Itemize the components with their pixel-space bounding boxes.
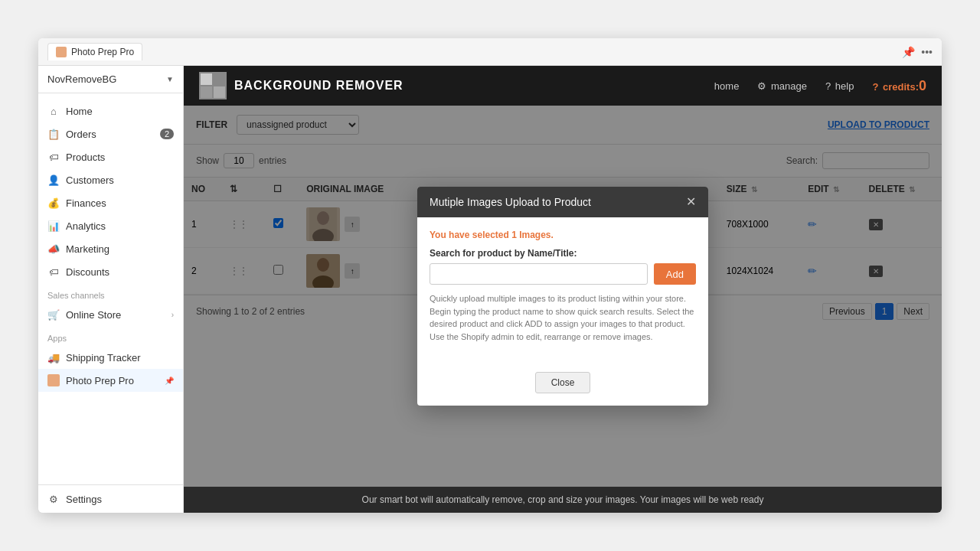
sidebar-item-label-marketing: Marketing	[66, 243, 109, 255]
sidebar-item-label-shipping: Shipping Tracker	[66, 352, 141, 364]
nav-credits[interactable]: ? credits:0	[872, 78, 926, 94]
sidebar-item-customers[interactable]: 👤 Customers	[38, 168, 183, 191]
tab-label: Photo Prep Pro	[71, 47, 134, 57]
nav-manage[interactable]: ⚙ manage	[757, 80, 807, 92]
shipping-icon: 🚚	[47, 351, 60, 364]
modal-header: Mutiple Images Upload to Product ✕	[417, 187, 708, 217]
analytics-icon: 📊	[47, 220, 60, 232]
sidebar-item-label-products: Products	[66, 152, 105, 163]
sidebar-item-label-customers: Customers	[66, 174, 114, 186]
sidebar-settings[interactable]: ⚙ Settings	[38, 484, 183, 513]
sidebar-item-shipping-tracker[interactable]: 🚚 Shipping Tracker	[38, 346, 183, 369]
store-name: NovRemoveBG	[47, 73, 116, 85]
app-header: BACKGROUND REMOVER home ⚙ manage ? help …	[184, 66, 942, 106]
sidebar-item-online-store[interactable]: 🛒 Online Store ›	[38, 303, 183, 326]
nav-help[interactable]: ? help	[825, 80, 854, 92]
main-content: BACKGROUND REMOVER home ⚙ manage ? help …	[184, 66, 942, 513]
svg-rect-2	[214, 86, 225, 98]
bottom-banner-text: Our smart bot will automatically remove,…	[362, 494, 764, 505]
svg-rect-1	[201, 73, 212, 85]
marketing-icon: 📣	[47, 243, 60, 255]
discounts-icon: 🏷	[47, 266, 60, 278]
chevron-right-icon: ›	[172, 311, 174, 319]
finances-icon: 💰	[47, 197, 60, 209]
browser-actions: 📌 •••	[902, 46, 933, 58]
modal-close-x-button[interactable]: ✕	[686, 196, 696, 208]
modal-selected-text: You have selected 1 Images.	[430, 230, 696, 240]
sidebar-item-products[interactable]: 🏷 Products	[38, 145, 183, 168]
sidebar-item-analytics[interactable]: 📊 Analytics	[38, 214, 183, 237]
sidebar-item-finances[interactable]: 💰 Finances	[38, 191, 183, 214]
app-logo: BACKGROUND REMOVER	[199, 72, 403, 99]
sidebar-item-label-home: Home	[66, 106, 93, 117]
modal-search-row: Add	[430, 263, 696, 285]
sidebar-item-photo-prep[interactable]: Photo Prep Pro 📌	[38, 369, 183, 392]
store-selector[interactable]: NovRemoveBG ▼	[38, 66, 183, 93]
nav-credits-icon: ?	[872, 81, 878, 93]
content-area: FILTER unassigned product all products a…	[184, 106, 942, 487]
store-dropdown-arrow: ▼	[166, 75, 174, 83]
sidebar-nav: ⌂ Home 📋 Orders 2 🏷 Products 👤 Customers	[38, 93, 183, 484]
modal-search-input[interactable]	[430, 263, 648, 285]
modal-body: You have selected 1 Images. Search for p…	[417, 217, 708, 366]
sidebar: NovRemoveBG ▼ ⌂ Home 📋 Orders 2 🏷 Produc…	[38, 66, 184, 513]
bottom-banner: Our smart bot will automatically remove,…	[184, 487, 942, 513]
sidebar-item-label-finances: Finances	[66, 197, 106, 209]
sidebar-item-home[interactable]: ⌂ Home	[38, 99, 183, 122]
sidebar-item-marketing[interactable]: 📣 Marketing	[38, 237, 183, 260]
products-icon: 🏷	[47, 151, 60, 163]
nav-help-icon: ?	[825, 80, 831, 92]
pin-button[interactable]: 📌	[902, 46, 915, 58]
sidebar-item-orders[interactable]: 📋 Orders 2	[38, 122, 183, 145]
sidebar-item-label-discounts: Discounts	[66, 266, 109, 278]
modal-search-label: Search for product by Name/Title:	[430, 248, 696, 259]
sidebar-item-label-photo-prep: Photo Prep Pro	[66, 375, 134, 386]
modal-add-button[interactable]: Add	[654, 263, 696, 285]
settings-icon: ⚙	[47, 493, 60, 505]
pin-nav-icon: 📌	[165, 377, 174, 385]
modal-close-button[interactable]: Close	[535, 372, 591, 393]
app-nav: home ⚙ manage ? help ? credits:0	[714, 78, 926, 94]
orders-icon: 📋	[47, 128, 60, 140]
customers-icon: 👤	[47, 174, 60, 186]
browser-toolbar: Photo Prep Pro 📌 •••	[38, 38, 942, 66]
sales-channels-section: Sales channels	[38, 283, 183, 303]
sidebar-item-label-online-store: Online Store	[66, 309, 121, 321]
nav-home[interactable]: home	[714, 80, 740, 92]
online-store-icon: 🛒	[47, 308, 60, 321]
tab-icon	[56, 47, 67, 57]
photo-prep-icon	[47, 374, 60, 386]
browser-tab[interactable]: Photo Prep Pro	[47, 43, 142, 60]
apps-section: Apps	[38, 326, 183, 346]
sidebar-item-discounts[interactable]: 🏷 Discounts	[38, 260, 183, 283]
home-icon: ⌂	[47, 105, 60, 117]
modal-footer: Close	[417, 366, 708, 406]
modal-overlay: Mutiple Images Upload to Product ✕ You h…	[184, 106, 942, 487]
modal-description: Quickly upload multiple images to its pr…	[430, 292, 696, 343]
settings-label: Settings	[66, 494, 102, 505]
orders-badge: 2	[160, 129, 174, 139]
logo-icon	[199, 72, 227, 99]
modal: Mutiple Images Upload to Product ✕ You h…	[417, 187, 708, 406]
sidebar-item-label-orders: Orders	[66, 129, 96, 140]
nav-manage-icon: ⚙	[757, 80, 766, 92]
logo-text: BACKGROUND REMOVER	[234, 79, 403, 93]
more-button[interactable]: •••	[921, 46, 933, 58]
sidebar-item-label-analytics: Analytics	[66, 220, 106, 232]
modal-title: Mutiple Images Upload to Product	[430, 196, 591, 208]
svg-rect-3	[201, 86, 212, 98]
